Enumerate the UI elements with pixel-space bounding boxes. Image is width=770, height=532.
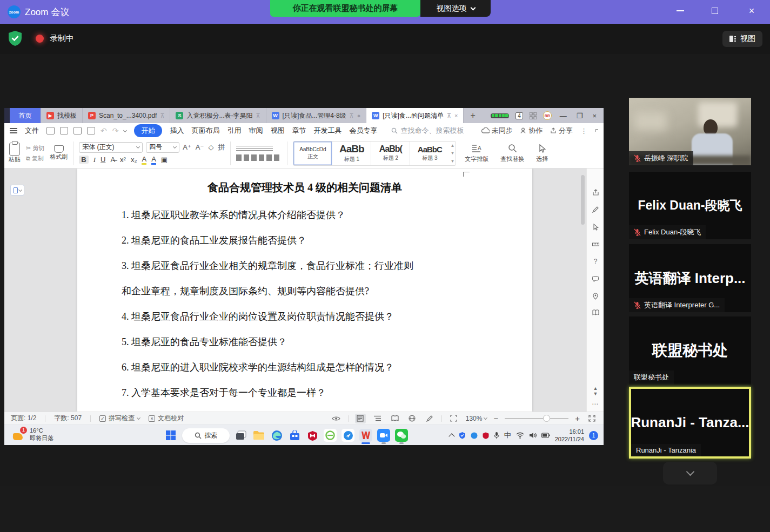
ruler-tool-icon[interactable] (591, 240, 600, 248)
redo-icon[interactable]: ↷ (112, 126, 119, 135)
battery-icon[interactable] (541, 433, 550, 438)
print-icon[interactable] (73, 127, 82, 134)
taskbar-search[interactable]: 搜索 (182, 428, 230, 443)
zoom-in-button[interactable]: + (575, 414, 580, 423)
ms-store-icon[interactable] (288, 429, 301, 442)
tray-shield-icon[interactable] (459, 432, 466, 439)
decrease-font-icon[interactable]: A⁻ (196, 143, 204, 151)
edge-browser-icon[interactable] (270, 429, 283, 442)
more-menu-icon[interactable]: ⋮ (580, 127, 588, 135)
tray-mic-icon[interactable] (494, 432, 499, 439)
zoom-level-select[interactable]: 130% (466, 415, 487, 422)
location-pin-icon[interactable] (591, 292, 600, 300)
scrollbar-thumb[interactable] (581, 175, 585, 225)
zoom-slider-knob[interactable] (543, 415, 550, 422)
style-heading1[interactable]: AaBb 标题 1 (332, 142, 371, 165)
fullscreen-icon[interactable] (586, 414, 597, 423)
wps-tab-home[interactable]: 首页 (10, 108, 41, 123)
tab-pin-icon[interactable]: ⊼ (160, 112, 164, 119)
find-replace-button[interactable]: 查找替换 (497, 144, 527, 163)
participant-tile-runanji-active[interactable]: RunanJi - Tanza... RunanJi - Tanzania (629, 387, 751, 459)
wechat-taskbar-icon[interactable] (395, 429, 408, 442)
wifi-icon[interactable] (516, 432, 524, 439)
tab-pin-icon[interactable]: ⊼ (350, 112, 354, 119)
vip-badge-icon[interactable]: BR (543, 111, 552, 120)
italic-button[interactable]: I (93, 156, 96, 164)
doc-count-badge[interactable]: 4 (515, 112, 523, 119)
style-normal[interactable]: AaBbCcDd 正文 (293, 142, 332, 165)
participant-tile-yuezhenfeng[interactable]: 岳振峰 深职院 (629, 98, 751, 165)
view-options-button[interactable]: 视图选项 (420, 0, 491, 17)
wps-restore-button[interactable]: ❐ (575, 112, 585, 120)
styles-scroll[interactable]: ▲▼▼ (449, 142, 456, 165)
start-button[interactable] (164, 429, 177, 442)
collab-button[interactable]: 协作 (520, 126, 543, 136)
pinyin-icon[interactable]: 拼 (218, 143, 225, 152)
increase-font-icon[interactable]: A⁺ (183, 143, 191, 151)
tray-expand-icon[interactable] (450, 433, 454, 439)
wps-tab-sheet[interactable]: S 入党积极分...表-李昊阳 ⊼ (170, 108, 266, 123)
ime-indicator[interactable]: 中 (504, 430, 511, 440)
page-view-icon[interactable] (355, 414, 366, 423)
hamburger-icon[interactable] (10, 128, 17, 133)
wps-minimize-button[interactable]: — (558, 112, 568, 120)
alignment-tools-icons[interactable] (236, 154, 282, 161)
tab-pin-icon[interactable]: ⊼ (447, 112, 451, 119)
write-mode-icon[interactable] (424, 414, 435, 423)
paste-options-popup[interactable] (10, 185, 24, 196)
tray-app-icon[interactable] (471, 432, 478, 439)
menu-review[interactable]: 审阅 (249, 126, 263, 136)
outline-view-icon[interactable] (372, 414, 383, 423)
menu-devtools[interactable]: 开发工具 (313, 126, 342, 136)
wps-tab-doc2-active[interactable]: W [只读]食...的问题清单 ⊼ × (366, 108, 464, 123)
export-pdf-icon[interactable] (60, 127, 68, 134)
ie-browser-icon[interactable] (324, 429, 337, 442)
menu-view[interactable]: 视图 (270, 126, 284, 136)
font-name-select[interactable]: 宋体 (正文) (79, 142, 143, 153)
file-explorer-icon[interactable] (252, 429, 265, 442)
paste-button[interactable]: 粘贴 (9, 143, 21, 164)
spellcheck-toggle[interactable]: ✓ 拼写检查 (99, 414, 140, 423)
style-heading3[interactable]: AaBbC 标题 3 (410, 142, 449, 165)
read-mode-icon[interactable] (591, 308, 600, 316)
tab-close-icon[interactable]: × (454, 112, 458, 119)
chevron-down-icon[interactable] (123, 128, 127, 132)
scroll-up-tick-icon[interactable]: ▲▼ (591, 387, 600, 395)
underline-button[interactable]: U (101, 156, 105, 164)
maximize-button[interactable] (698, 0, 732, 22)
bold-button[interactable]: B (79, 156, 88, 164)
share-button[interactable]: 分享 (550, 126, 573, 136)
menu-reference[interactable]: 引用 (227, 126, 241, 136)
undo-icon[interactable]: ↶ (101, 126, 107, 135)
list-tools-icons[interactable] (236, 146, 273, 152)
tab-grid-icon[interactable] (530, 112, 537, 119)
print-preview-icon[interactable] (87, 127, 95, 134)
wps-tab-doc1[interactable]: W [只读]食品...管理4-8级 ⊼ ● (266, 108, 367, 123)
zoom-out-button[interactable]: − (493, 414, 498, 423)
edit-pen-icon[interactable] (591, 205, 600, 214)
proofread-button[interactable]: × 文档校对 (149, 414, 184, 423)
menu-chapter[interactable]: 章节 (292, 126, 306, 136)
weather-widget[interactable]: ↓ 1 16°C 即将日落 (12, 427, 53, 442)
sync-status[interactable]: 未同步 (481, 126, 513, 136)
font-color-button[interactable]: A (151, 155, 156, 165)
new-tab-button[interactable]: + (464, 108, 481, 123)
menu-page-layout[interactable]: 页面布局 (191, 126, 219, 136)
mcafee-icon[interactable] (306, 429, 319, 442)
tray-mcafee-icon[interactable] (483, 432, 489, 439)
copy-button[interactable]: ⧉ 复制 (26, 154, 44, 163)
format-painter-button[interactable]: 格式刷 (50, 145, 68, 161)
font-size-select[interactable]: 四号 (146, 142, 179, 153)
task-view-icon[interactable] (235, 429, 247, 442)
tab-pin-icon[interactable]: ⊼ (256, 112, 260, 119)
help-icon[interactable]: ? (591, 257, 600, 266)
wps-tab-pdf[interactable]: P Scan_to_...3400.pdf ⊼ (83, 108, 170, 123)
fit-page-icon[interactable] (448, 414, 459, 423)
strike-button[interactable]: A̶ (110, 156, 115, 164)
subscript-button[interactable]: x₂ (131, 156, 137, 164)
notification-badge[interactable]: 1 (589, 431, 598, 440)
word-count[interactable]: 字数: 507 (54, 414, 82, 423)
cut-button[interactable]: ✂ 剪切 (26, 144, 44, 152)
menu-member[interactable]: 会员专享 (349, 126, 377, 136)
zoom-taskbar-icon[interactable] (377, 429, 390, 442)
